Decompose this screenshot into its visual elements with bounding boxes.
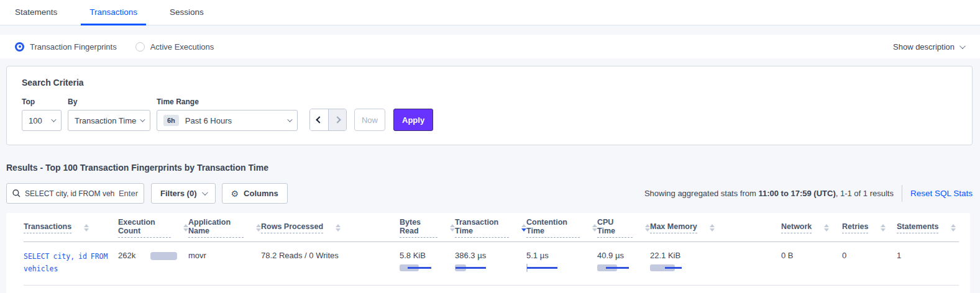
radio-active-executions[interactable]: Active Executions <box>135 42 214 52</box>
cell-rows-processed: 78.2 Reads / 0 Writes <box>261 251 400 260</box>
transaction-fingerprint-link[interactable]: SELECT city, id FROM vehicles <box>24 251 117 275</box>
tab-sessions[interactable]: Sessions <box>161 0 213 25</box>
column-header-execution-count[interactable]: Execution Count <box>118 218 188 238</box>
sort-icon[interactable] <box>450 224 455 232</box>
table-header-row: Transactions Execution Count Application… <box>24 214 959 242</box>
apply-button[interactable]: Apply <box>393 109 433 131</box>
column-header-transactions[interactable]: Transactions <box>24 222 118 233</box>
search-criteria-card: Search Criteria Top 100 By Transaction T… <box>6 66 973 145</box>
chevron-down-icon <box>287 117 292 122</box>
search-criteria-title: Search Criteria <box>22 78 957 88</box>
radio-unselected-icon <box>135 42 145 52</box>
page-tabbar: Statements Transactions Sessions <box>0 0 980 25</box>
max-memory-bar <box>650 264 684 271</box>
tab-statements[interactable]: Statements <box>6 0 66 25</box>
reset-sql-stats-link[interactable]: Reset SQL Stats <box>910 189 973 198</box>
top-field: Top 100 <box>22 97 62 131</box>
sort-icon[interactable] <box>824 224 829 232</box>
column-header-statements[interactable]: Statements <box>897 222 959 233</box>
chevron-down-icon <box>140 117 145 122</box>
sort-icon[interactable] <box>592 224 597 232</box>
search-enter-label[interactable]: Enter <box>119 189 138 198</box>
time-range-value: Past 6 Hours <box>185 116 232 125</box>
time-range-label: Time Range <box>157 97 298 106</box>
cell-transaction-time: 386.3 µs <box>455 251 526 271</box>
time-range-next-button[interactable] <box>328 109 346 130</box>
column-header-max-memory[interactable]: Max Memory <box>650 222 781 233</box>
bytes-read-bar <box>400 264 433 271</box>
gear-icon: ⚙ <box>231 189 239 199</box>
time-range-field: Time Range 6h Past 6 Hours <box>157 97 298 131</box>
view-radio-group: Transaction Fingerprints Active Executio… <box>15 42 214 52</box>
sort-icon[interactable] <box>645 224 650 232</box>
radio-transaction-fingerprints[interactable]: Transaction Fingerprints <box>15 42 117 52</box>
filters-button[interactable]: Filters (0) <box>151 183 216 204</box>
divider <box>902 185 902 202</box>
aggregated-stats-text: Showing aggregated stats from 11:00 to 1… <box>644 189 894 198</box>
contention-time-bar <box>526 264 560 271</box>
sort-icon[interactable] <box>336 224 341 232</box>
cell-max-memory: 22.1 KiB <box>650 251 781 271</box>
by-field-label: By <box>68 97 150 106</box>
time-range-arrows <box>309 109 347 131</box>
columns-button-label: Columns <box>244 189 278 198</box>
results-controls-row: SELECT city, id FROM vehicles W Enter Fi… <box>0 183 980 204</box>
cell-cpu-time: 40.9 µs <box>597 251 650 271</box>
tab-transactions[interactable]: Transactions <box>81 0 146 25</box>
sort-icon[interactable] <box>256 224 261 232</box>
filters-button-label: Filters (0) <box>160 189 197 198</box>
top-field-label: Top <box>22 97 62 106</box>
column-header-cpu-time[interactable]: CPU Time <box>597 218 650 238</box>
column-header-retries[interactable]: Retries <box>842 222 897 233</box>
column-header-application-name[interactable]: Application Name <box>188 218 261 238</box>
chevron-right-icon <box>334 116 341 123</box>
stats-time-range: 11:00 to 17:59 (UTC) <box>758 189 835 198</box>
search-input[interactable]: SELECT city, id FROM vehicles W Enter <box>6 183 144 204</box>
search-input-value: SELECT city, id FROM vehicles W <box>25 189 115 198</box>
cell-contention-time: 5.1 µs <box>526 251 597 271</box>
chevron-down-icon <box>201 189 208 196</box>
search-icon <box>12 189 21 197</box>
transactions-table-card: Transactions Execution Count Application… <box>6 213 970 293</box>
time-range-badge: 6h <box>163 115 179 126</box>
sort-icon[interactable] <box>183 224 188 232</box>
radio-selected-icon <box>15 42 24 52</box>
show-description-toggle[interactable]: Show description <box>893 42 964 52</box>
chevron-down-icon <box>51 117 56 122</box>
cpu-time-bar <box>597 264 631 271</box>
radio-label: Transaction Fingerprints <box>30 42 117 52</box>
cell-application-name: movr <box>188 251 261 260</box>
sort-icon[interactable] <box>521 224 526 232</box>
column-header-contention-time[interactable]: Contention Time <box>526 218 597 238</box>
cell-retries: 0 <box>842 251 897 260</box>
view-toggle-bar: Transaction Fingerprints Active Executio… <box>0 35 980 58</box>
cell-bytes-read: 5.8 KiB <box>400 251 455 271</box>
radio-label: Active Executions <box>150 42 214 52</box>
sort-icon[interactable] <box>881 224 886 232</box>
column-header-bytes-read[interactable]: Bytes Read <box>400 218 455 238</box>
sort-icon[interactable] <box>710 224 715 232</box>
show-description-label: Show description <box>893 42 955 52</box>
time-range-select[interactable]: 6h Past 6 Hours <box>157 110 298 131</box>
column-header-rows-processed[interactable]: Rows Processed <box>261 222 400 233</box>
cell-network: 0 B <box>781 251 842 260</box>
column-header-transaction-time[interactable]: Transaction Time <box>455 218 526 238</box>
cell-statements: 1 <box>897 251 959 260</box>
top-select[interactable]: 100 <box>22 110 62 131</box>
transaction-time-bar <box>455 264 488 271</box>
now-button[interactable]: Now <box>354 109 385 131</box>
by-select-value: Transaction Time <box>75 116 136 125</box>
results-heading: Results - Top 100 Transaction Fingerprin… <box>6 163 980 173</box>
by-select[interactable]: Transaction Time <box>68 110 150 131</box>
sort-icon[interactable] <box>951 224 956 232</box>
column-header-network[interactable]: Network <box>781 222 842 233</box>
sort-icon[interactable] <box>84 224 89 232</box>
top-select-value: 100 <box>29 116 42 125</box>
by-field: By Transaction Time <box>68 97 150 131</box>
columns-button[interactable]: ⚙ Columns <box>222 183 288 204</box>
table-row: SELECT city, id FROM vehicles 262k movr … <box>24 242 959 286</box>
execution-count-bar <box>150 252 177 260</box>
cell-execution-count: 262k <box>118 251 188 260</box>
time-range-prev-button[interactable] <box>310 109 328 130</box>
chevron-left-icon <box>316 116 323 123</box>
